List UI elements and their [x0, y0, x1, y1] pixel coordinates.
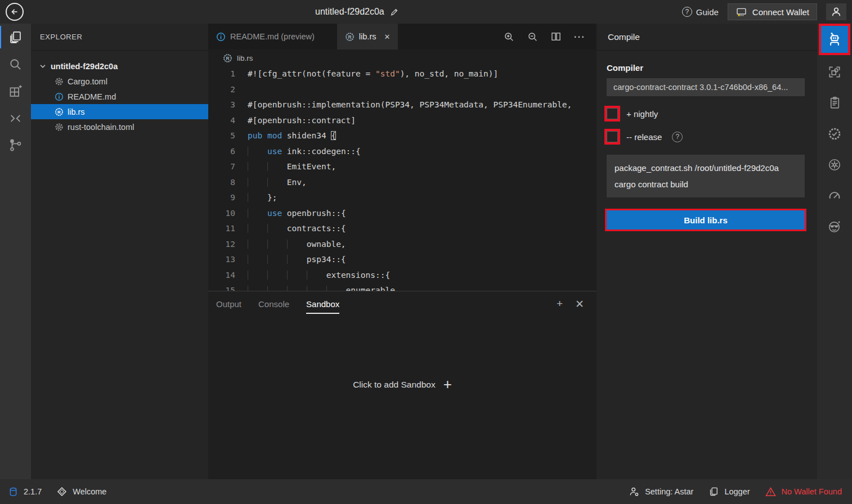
add-sandbox-label: Click to add Sandbox: [353, 380, 435, 390]
file-row-rust-toolchain-toml[interactable]: rust-toolchain.toml: [31, 119, 208, 134]
svg-text:R: R: [57, 110, 61, 115]
info-icon: [55, 92, 64, 101]
compiler-select[interactable]: cargo-contract-contract 3.0.1-c746b0d-x8…: [607, 78, 805, 96]
connect-wallet-label: Connect Wallet: [752, 7, 809, 17]
plus-icon: +: [443, 376, 452, 393]
welcome-label: Welcome: [73, 487, 106, 496]
contract-interact-icon: [827, 65, 842, 79]
tab-readme-preview[interactable]: README.md (preview): [208, 24, 322, 50]
warning-triangle-icon: [765, 486, 777, 498]
root-folder-label: untitled-f29d2c0a: [51, 62, 118, 71]
explorer-sidebar: EXPLORER untitled-f29d2c0a Cargo.toml RE…: [31, 24, 208, 479]
search-icon: [8, 57, 23, 72]
logger-item[interactable]: Logger: [708, 486, 750, 497]
info-icon: [216, 32, 226, 42]
close-panel-icon[interactable]: ✕: [575, 298, 584, 310]
file-row-readme-md[interactable]: README.md: [31, 89, 208, 104]
guide-label: Guide: [696, 7, 719, 17]
panel-tab-output[interactable]: Output: [216, 291, 241, 316]
logger-pages-icon: [708, 486, 719, 497]
gauge-icon: [827, 188, 842, 203]
tasks-activity-button[interactable]: [817, 87, 852, 118]
connect-wallet-button[interactable]: Connect Wallet: [728, 3, 817, 20]
gear-icon: [55, 123, 64, 132]
collapse-activity-button[interactable]: [0, 105, 31, 132]
zoom-out-icon[interactable]: [527, 31, 539, 43]
add-panel-icon[interactable]: +: [557, 298, 563, 310]
seal-check-icon: [827, 127, 842, 141]
nightly-label: + nightly: [626, 109, 658, 119]
clipboard-icon: [828, 96, 842, 110]
panel-tab-bar: Output Console Sandbox + ✕: [208, 291, 597, 316]
more-actions-icon[interactable]: ⋯: [573, 30, 585, 43]
interact-activity-button[interactable]: [817, 56, 852, 87]
svg-text:R: R: [226, 55, 229, 61]
zoom-in-icon[interactable]: [503, 31, 515, 43]
person-gear-icon: [629, 486, 640, 497]
handshake-icon: [56, 486, 68, 497]
robot-icon: [826, 31, 843, 48]
project-title: untitled-f29d2c0a: [315, 7, 384, 17]
gas-gauge-activity-button[interactable]: [817, 180, 852, 211]
verify-activity-button[interactable]: [817, 118, 852, 149]
assistant-activity-button[interactable]: [817, 211, 852, 242]
account-button[interactable]: [826, 3, 846, 20]
panel-tab-console[interactable]: Console: [258, 291, 289, 316]
tree-root-folder[interactable]: untitled-f29d2c0a: [31, 58, 208, 74]
version-label: 2.1.7: [24, 487, 42, 496]
tab-lib-rs[interactable]: R lib.rs ✕: [337, 24, 398, 50]
compile-panel: Compile Compiler cargo-contract-contract…: [597, 24, 817, 479]
left-activity-bar: [0, 24, 31, 479]
setting-item[interactable]: Setting: Astar: [629, 486, 693, 497]
chevron-down-icon: [39, 62, 47, 70]
back-button[interactable]: [6, 3, 24, 21]
wallet-monitor-icon: [736, 6, 747, 18]
openai-activity-button[interactable]: [817, 149, 852, 180]
add-sandbox-button[interactable]: Click to add Sandbox +: [208, 376, 597, 393]
file-row-cargo-toml[interactable]: Cargo.toml: [31, 74, 208, 89]
editor-area: README.md (preview) R lib.rs ✕ ⋯ R lib.r: [208, 24, 597, 479]
title-bar: untitled-f29d2c0a ? Guide Connect Wallet: [0, 0, 852, 24]
git-branch-icon: [8, 138, 23, 152]
plugins-activity-button[interactable]: [0, 78, 31, 105]
source-control-activity-button[interactable]: [0, 132, 31, 159]
split-editor-icon[interactable]: [550, 31, 562, 42]
nightly-checkbox[interactable]: [607, 108, 618, 119]
file-row-lib-rs[interactable]: R lib.rs: [31, 104, 208, 119]
compiler-label: Compiler: [607, 63, 805, 73]
question-circle-icon: ?: [682, 7, 692, 17]
compile-activity-button[interactable]: [821, 26, 848, 53]
version-item[interactable]: 2.1.7: [8, 487, 42, 497]
cool-face-icon: [827, 219, 842, 234]
bottom-panel: Output Console Sandbox + ✕ Click to add …: [208, 291, 597, 479]
file-name: rust-toolchain.toml: [68, 123, 134, 132]
release-label: -- release: [626, 132, 662, 142]
close-tab-icon[interactable]: ✕: [384, 33, 390, 41]
setting-label: Setting: Astar: [645, 487, 693, 496]
no-wallet-item[interactable]: No Wallet Found: [765, 486, 842, 498]
svg-text:R: R: [348, 34, 351, 39]
search-activity-button[interactable]: [0, 51, 31, 78]
code-lines[interactable]: 1#![cfg_attr(not(feature = "std"), no_st…: [208, 66, 597, 291]
rust-file-icon: R: [55, 107, 64, 116]
welcome-item[interactable]: Welcome: [56, 486, 106, 497]
openai-icon: [827, 158, 842, 172]
status-bar: 2.1.7 Welcome Setting: Astar Logger No W…: [0, 479, 852, 504]
guide-button[interactable]: ? Guide: [682, 7, 719, 17]
back-arrow-icon: [10, 7, 20, 17]
person-icon: [830, 6, 842, 18]
logger-label: Logger: [724, 487, 750, 496]
file-name: README.md: [68, 92, 116, 101]
release-help-icon[interactable]: ?: [672, 132, 683, 142]
release-checkbox[interactable]: [607, 131, 618, 142]
build-button[interactable]: Build lib.rs: [607, 210, 805, 230]
breadcrumb[interactable]: R lib.rs: [208, 50, 597, 66]
panel-tab-sandbox[interactable]: Sandbox: [306, 291, 339, 316]
rust-file-icon: R: [345, 32, 355, 42]
file-name: lib.rs: [68, 107, 85, 116]
explorer-header: EXPLORER: [31, 24, 208, 51]
tab-label: lib.rs: [359, 32, 376, 41]
explorer-activity-button[interactable]: [0, 24, 31, 51]
file-name: Cargo.toml: [68, 77, 107, 86]
rename-pencil-icon[interactable]: [389, 7, 399, 17]
